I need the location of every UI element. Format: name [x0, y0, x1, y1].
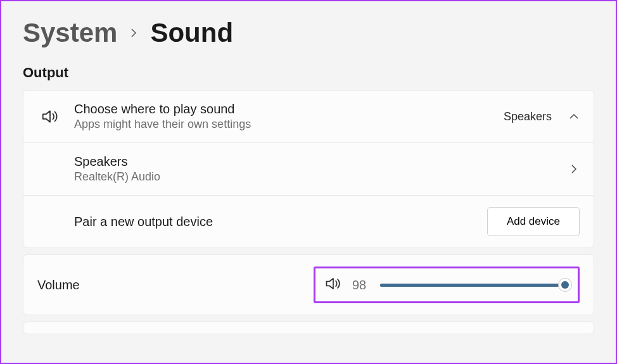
page-title: Sound	[150, 18, 233, 48]
choose-output-title: Choose where to play sound	[74, 102, 492, 116]
volume-highlight-box: 98	[314, 267, 580, 303]
add-device-button[interactable]: Add device	[487, 207, 580, 236]
chevron-up-icon[interactable]	[568, 111, 580, 122]
volume-slider[interactable]	[380, 277, 569, 292]
volume-value: 98	[352, 278, 370, 292]
choose-output-value: Speakers	[504, 110, 552, 123]
output-card-group: Choose where to play sound Apps might ha…	[23, 90, 594, 248]
speaker-icon	[37, 107, 63, 126]
output-device-row[interactable]: Speakers Realtek(R) Audio	[23, 143, 594, 196]
volume-card: Volume 98	[23, 254, 594, 315]
choose-output-subtitle: Apps might have their own settings	[74, 118, 492, 131]
breadcrumb: System Sound	[23, 18, 594, 48]
chevron-right-icon	[129, 24, 139, 42]
volume-label: Volume	[37, 278, 80, 292]
pair-output-row: Pair a new output device Add device	[23, 196, 594, 248]
speaker-icon[interactable]	[324, 275, 342, 295]
pair-label: Pair a new output device	[74, 215, 476, 229]
chevron-right-icon[interactable]	[568, 163, 580, 175]
device-driver: Realtek(R) Audio	[74, 170, 557, 184]
slider-thumb[interactable]	[558, 278, 572, 292]
device-name: Speakers	[74, 154, 557, 169]
output-section-heading: Output	[23, 65, 594, 81]
breadcrumb-parent[interactable]: System	[23, 18, 117, 48]
next-card-peek	[23, 322, 594, 334]
choose-output-row[interactable]: Choose where to play sound Apps might ha…	[23, 91, 594, 143]
